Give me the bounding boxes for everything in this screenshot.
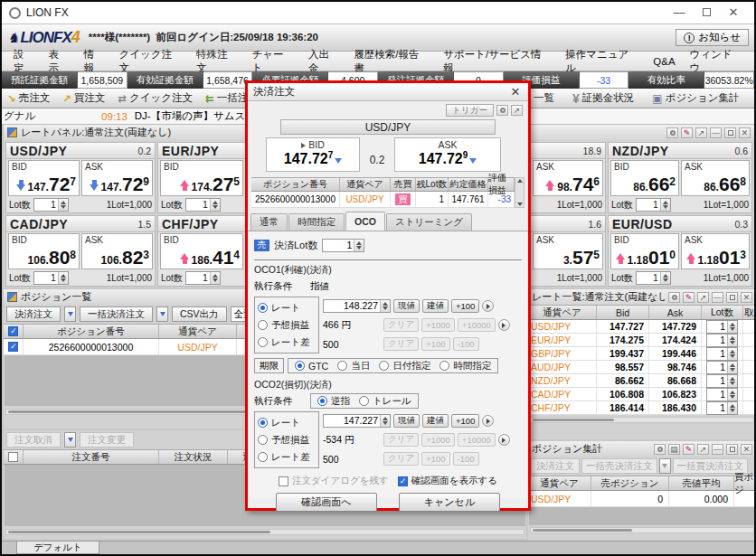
col-pair[interactable]: 通貨ペア xyxy=(528,306,597,319)
dialog-pin-icon[interactable]: ↗ xyxy=(511,105,523,116)
ask-cell[interactable]: 174.424 xyxy=(649,334,702,346)
bid-button[interactable]: BID86.662 xyxy=(610,160,679,196)
close-icon[interactable]: ✕ xyxy=(739,127,751,138)
dialog-ask-button[interactable]: ASK 147.729 xyxy=(394,137,501,172)
oco1-plus100-button[interactable]: +100 xyxy=(451,299,479,313)
lot-stepper[interactable]: 1 xyxy=(706,320,738,334)
close-all-dropdown[interactable] xyxy=(156,306,168,322)
dialog-bid-button[interactable]: BID 147.727 xyxy=(266,137,360,172)
col-pair[interactable]: 通貨ペア xyxy=(528,476,591,490)
oco1-radio-diff[interactable]: レート差 xyxy=(258,334,316,351)
rate-list-row[interactable]: GBP/JPY199.437199.4461 xyxy=(528,347,756,361)
bid-cell[interactable]: 147.727 xyxy=(597,320,649,333)
bid-button[interactable]: BID147.727 xyxy=(8,160,80,196)
bid-button[interactable]: BID174.275 xyxy=(160,160,243,196)
menu-qa[interactable]: Q&A xyxy=(647,54,681,69)
oco1-open-price-button[interactable]: 建値 xyxy=(422,299,449,313)
bid-cell[interactable]: 106.808 xyxy=(597,388,649,401)
oco2-diff-minus100-button[interactable]: -100 xyxy=(453,452,479,466)
rate-list-row[interactable]: NZD/JPY86.66286.6681 xyxy=(528,374,756,388)
summary-row[interactable]: USD/JPY 0 0.000 xyxy=(528,491,756,507)
close-button[interactable]: ✕ xyxy=(720,5,747,21)
cancel-order-button[interactable]: 注文取消 xyxy=(6,432,61,448)
summary-hscrollbar[interactable] xyxy=(530,527,754,533)
layout-icon[interactable]: ▤ xyxy=(668,444,680,455)
col-buy-position[interactable]: 買ポジ xyxy=(734,476,756,490)
rate-list-hscrollbar[interactable] xyxy=(530,417,754,423)
oco1-rate-input[interactable]: 148.227 xyxy=(323,299,391,313)
close-all-button[interactable]: 一括決済注文 xyxy=(80,306,153,322)
lot-stepper[interactable]: 1 xyxy=(706,361,738,374)
maximize-button[interactable] xyxy=(693,5,720,21)
ask-cell[interactable]: 147.729 xyxy=(649,320,702,333)
notice-button[interactable]: ! お知らせ xyxy=(676,29,749,46)
summary-close-all-sell-button[interactable]: 一括売決済注文 xyxy=(581,458,657,474)
ask-cell[interactable]: 106.823 xyxy=(649,388,702,401)
oco2-radio-rate[interactable]: レート xyxy=(258,414,316,431)
dialog-position-row[interactable]: 2526600000013000 USD/JPY 買 1 147.761 -33 xyxy=(251,192,515,208)
oco2-radio-profit[interactable]: 予想損益 xyxy=(258,431,316,448)
summary-close-order-button[interactable]: 決済注文 xyxy=(531,458,580,474)
bid-button[interactable]: BID106.808 xyxy=(8,233,80,269)
oco2-diff-clear-button[interactable]: クリア xyxy=(383,452,419,466)
lot-stepper[interactable]: 1 xyxy=(706,401,738,415)
expiry-time[interactable]: 時間指定 xyxy=(439,360,491,372)
bid-cell[interactable]: 86.662 xyxy=(597,374,649,387)
oco2-rate-input[interactable]: 147.227 xyxy=(323,414,391,428)
maximize-icon[interactable] xyxy=(726,444,738,455)
oco1-clear-button[interactable]: クリア xyxy=(383,318,419,332)
tab-normal[interactable]: 通常 xyxy=(250,213,288,231)
oco1-more-button[interactable] xyxy=(482,300,494,312)
bid-button[interactable]: BID1.18010 xyxy=(610,233,679,269)
lot-stepper[interactable]: 1 xyxy=(185,271,221,285)
gear-icon[interactable] xyxy=(654,444,666,455)
orders-select-all-checkbox[interactable] xyxy=(4,450,24,464)
quick-order-button[interactable]: ⇄クイック注文 xyxy=(118,91,193,105)
minimize-icon[interactable]: — xyxy=(712,292,723,303)
layout-tab-default[interactable]: デフォルト xyxy=(16,542,99,554)
bid-cell[interactable]: 98.557 xyxy=(597,361,649,373)
oco2-stop-radio[interactable]: 逆指 xyxy=(317,395,350,408)
oco2-diff-plus100-button[interactable]: +100 xyxy=(421,452,449,466)
ask-cell[interactable]: 186.430 xyxy=(649,401,702,414)
oco1-diff-minus100-button[interactable]: -100 xyxy=(453,337,479,351)
col-ask[interactable]: Ask xyxy=(649,306,702,319)
show-confirm-checkbox[interactable]: 確認画面を表示する xyxy=(398,475,497,487)
ask-cell[interactable]: 98.746 xyxy=(649,361,702,373)
select-all-checkbox[interactable] xyxy=(4,325,24,338)
ask-button[interactable]: ASK98.746 xyxy=(533,160,603,196)
bid-button[interactable]: BID186.414 xyxy=(160,233,243,269)
margin-status-button[interactable]: ¥証拠金状況 xyxy=(572,91,634,106)
bid-cell[interactable]: 174.275 xyxy=(597,334,649,346)
oco1-radio-profit[interactable]: 予想損益 xyxy=(258,316,316,334)
oco2-clear-button[interactable]: クリア xyxy=(383,433,419,447)
oco1-current-price-button[interactable]: 現値 xyxy=(393,299,420,313)
minimize-button[interactable]: — xyxy=(666,5,693,21)
col-extra[interactable]: 取 xyxy=(743,306,756,319)
palette-icon[interactable]: ✎ xyxy=(683,444,695,455)
ask-button[interactable]: ASK106.823 xyxy=(81,233,153,269)
col-sell-position[interactable]: 売ポジション xyxy=(591,476,669,490)
expiry-today[interactable]: 当日 xyxy=(337,360,370,372)
rate-list-row[interactable]: USD/JPY147.727147.7291 xyxy=(528,320,756,334)
csv-export-button[interactable]: CSV出力 xyxy=(172,306,227,322)
oco2-plus1000-button[interactable]: +1000 xyxy=(421,433,455,447)
lot-stepper[interactable]: 1 xyxy=(706,374,738,388)
dialog-gear-icon[interactable] xyxy=(496,105,508,116)
expiry-gtc[interactable]: GTC xyxy=(295,361,328,372)
confirm-button[interactable]: 確認画面へ xyxy=(276,493,377,512)
oco2-plus100-button[interactable]: +100 xyxy=(451,414,479,428)
col-pair[interactable]: 通貨ペア xyxy=(159,325,237,338)
ask-button[interactable]: ASK1.18013 xyxy=(681,233,750,269)
dialog-table-vscrollbar[interactable] xyxy=(515,177,524,208)
maximize-icon[interactable] xyxy=(724,127,736,138)
maximize-icon[interactable] xyxy=(726,292,738,303)
order-list-hscrollbar[interactable] xyxy=(5,529,524,535)
oco2-radio-diff[interactable]: レート差 xyxy=(258,448,316,466)
pin-icon[interactable]: ↗ xyxy=(697,292,709,303)
oco2-profit-more-button[interactable] xyxy=(498,434,510,446)
oco1-radio-rate[interactable]: レート xyxy=(258,299,316,316)
rate-list-row[interactable]: CHF/JPY186.414186.4301 xyxy=(528,401,756,415)
oco2-plus10000-button[interactable]: +10000 xyxy=(458,433,496,447)
bid-cell[interactable]: 186.414 xyxy=(597,401,649,414)
